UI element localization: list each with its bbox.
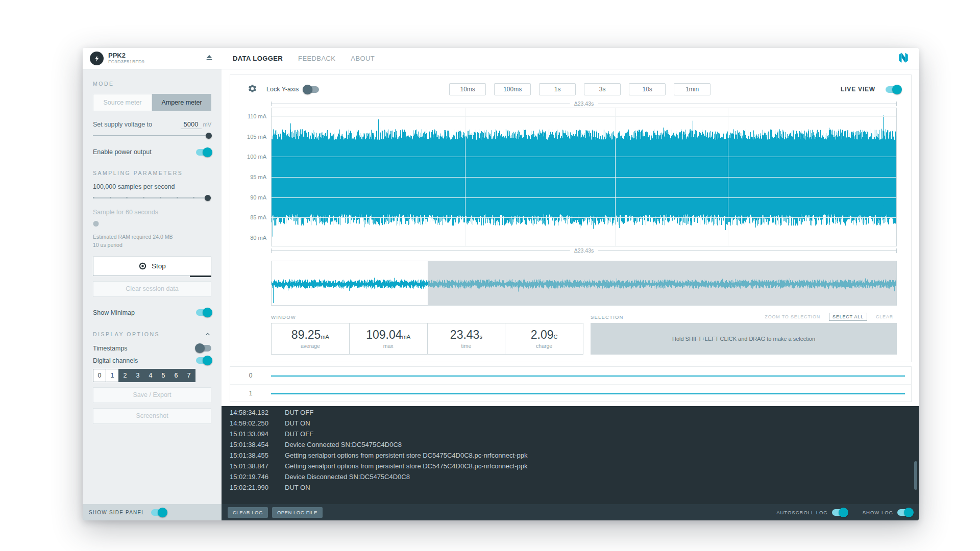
enable-power-toggle[interactable] bbox=[196, 149, 211, 156]
chevron-up-icon[interactable] bbox=[204, 331, 211, 338]
stat-time: 23.43s time bbox=[428, 323, 506, 355]
nav-tabs: DATA LOGGER FEEDBACK ABOUT bbox=[233, 55, 375, 62]
supply-voltage-value[interactable]: 5000 bbox=[181, 120, 202, 129]
delta-bottom: Δ23.43s bbox=[271, 246, 897, 255]
sample-for-slider bbox=[93, 220, 211, 227]
stat-max-label: max bbox=[383, 343, 394, 349]
time-window-10s[interactable]: 10s bbox=[629, 83, 666, 95]
time-window-3s[interactable]: 3s bbox=[584, 83, 621, 95]
log-footer: CLEAR LOG OPEN LOG FILE AUTOSCROLL LOG S… bbox=[222, 504, 919, 520]
digital-channel-6[interactable]: 6 bbox=[169, 369, 183, 382]
grid-line bbox=[465, 108, 465, 246]
grid-line bbox=[615, 108, 616, 246]
timestamps-toggle[interactable] bbox=[196, 345, 211, 352]
ampere-meter-button[interactable]: Ampere meter bbox=[152, 94, 211, 111]
device-block: PPK2 FC9D3E51BFD9 bbox=[83, 48, 222, 69]
log-lines: 14:58:34.132DUT OFF 14:59:02.250DUT ON 1… bbox=[222, 406, 919, 504]
digital-channel-5[interactable]: 5 bbox=[157, 369, 170, 382]
tab-about[interactable]: ABOUT bbox=[351, 55, 375, 62]
display-options-header[interactable]: DISPLAY OPTIONS bbox=[93, 331, 211, 338]
live-view-label: LIVE VIEW bbox=[841, 86, 875, 93]
mode-heading: MODE bbox=[93, 81, 211, 87]
digital-channel-selector: 0 1 2 3 4 5 6 7 bbox=[93, 369, 211, 382]
stop-button[interactable]: Stop bbox=[93, 257, 211, 276]
log-entry: 15:01:38.847Getting serialport options f… bbox=[230, 461, 911, 471]
toggle-knob bbox=[303, 85, 312, 94]
grid-line bbox=[272, 137, 896, 137]
slider-thumb bbox=[93, 221, 99, 227]
slider-thumb[interactable] bbox=[206, 133, 212, 139]
tab-feedback[interactable]: FEEDBACK bbox=[298, 55, 335, 62]
lightning-icon bbox=[90, 52, 104, 65]
digital-channel-4[interactable]: 4 bbox=[144, 369, 157, 382]
digital-channel-0[interactable]: 0 bbox=[93, 369, 106, 382]
time-window-10ms[interactable]: 10ms bbox=[449, 83, 486, 95]
toggle-knob bbox=[203, 147, 212, 157]
grid-line bbox=[272, 197, 896, 198]
autoscroll-log-label: AUTOSCROLL LOG bbox=[776, 510, 828, 515]
app-window: PPK2 FC9D3E51BFD9 DATA LOGGER FEEDBACK A… bbox=[83, 48, 919, 520]
sample-for-row: Sample for 60 seconds bbox=[93, 209, 211, 216]
y-axis-tick: 90 mA bbox=[250, 194, 266, 201]
lock-y-axis-toggle[interactable] bbox=[304, 86, 319, 93]
sample-for-suffix: seconds bbox=[134, 209, 158, 216]
show-minimap-toggle[interactable] bbox=[196, 309, 211, 316]
eject-button[interactable] bbox=[204, 53, 214, 64]
timestamps-row: Timestamps bbox=[93, 345, 211, 352]
tab-data-logger[interactable]: DATA LOGGER bbox=[233, 55, 283, 62]
live-view-toggle[interactable] bbox=[886, 86, 901, 93]
digital-row-0: 0 bbox=[230, 367, 911, 384]
slider-thumb[interactable] bbox=[205, 195, 211, 201]
time-window-1min[interactable]: 1min bbox=[674, 83, 710, 95]
time-window-100ms[interactable]: 100ms bbox=[494, 83, 531, 95]
minimap-selection-overlay[interactable] bbox=[428, 261, 896, 305]
lock-y-axis-label: Lock Y-axis bbox=[266, 86, 299, 93]
clear-selection-button[interactable]: CLEAR bbox=[872, 313, 897, 321]
screenshot-button: Screenshot bbox=[93, 408, 211, 424]
show-side-panel-label: SHOW SIDE PANEL bbox=[89, 510, 145, 515]
chart-controls: Lock Y-axis 10ms 100ms 1s 3s 10s 1min LI… bbox=[238, 79, 903, 99]
log-entry: 15:01:38.454Device Connected SN:DC5475C4… bbox=[230, 439, 911, 450]
source-meter-button[interactable]: Source meter bbox=[93, 94, 152, 111]
sidebar-content: MODE Source meter Ampere meter Set suppl… bbox=[83, 69, 222, 504]
ram-estimate-line: Estimated RAM required 24.0 MB bbox=[93, 233, 211, 241]
show-log-label: SHOW LOG bbox=[863, 510, 893, 515]
stat-time-label: time bbox=[461, 343, 471, 349]
side-panel-footer: SHOW SIDE PANEL bbox=[83, 504, 222, 520]
gear-icon[interactable] bbox=[248, 84, 257, 95]
toggle-knob bbox=[195, 343, 205, 353]
sampling-heading: SAMPLING PARAMETERS bbox=[93, 170, 211, 176]
device-name: PPK2 bbox=[108, 52, 144, 59]
digital-channel-7[interactable]: 7 bbox=[182, 369, 195, 382]
select-all-button[interactable]: SELECT ALL bbox=[829, 313, 867, 321]
stat-charge-value: 2.09 bbox=[531, 328, 554, 341]
digital-channel-1[interactable]: 1 bbox=[106, 369, 119, 382]
digital-channel-3[interactable]: 3 bbox=[131, 369, 144, 382]
show-log-toggle[interactable] bbox=[897, 509, 913, 516]
enable-power-row: Enable power output bbox=[93, 148, 211, 156]
digital-channel-2[interactable]: 2 bbox=[118, 369, 132, 382]
show-side-panel-toggle[interactable] bbox=[151, 509, 166, 516]
stat-charge-unit: C bbox=[554, 334, 558, 340]
log-scrollbar[interactable] bbox=[914, 461, 917, 490]
stat-average-value: 89.25 bbox=[291, 328, 321, 341]
digital-row-label: 1 bbox=[238, 390, 263, 397]
clear-log-button[interactable]: CLEAR LOG bbox=[228, 507, 268, 518]
open-log-file-button[interactable]: OPEN LOG FILE bbox=[272, 507, 323, 518]
grid-line bbox=[728, 108, 728, 246]
stat-average-unit: mA bbox=[321, 334, 329, 340]
record-icon bbox=[138, 262, 147, 270]
stat-charge: 2.09C charge bbox=[505, 323, 583, 355]
digital-channels-label: Digital channels bbox=[93, 357, 138, 364]
app-body: MODE Source meter Ampere meter Set suppl… bbox=[83, 69, 919, 520]
supply-voltage-row: Set supply voltage to 5000mV bbox=[93, 120, 211, 128]
log-entry: 15:02:21.990DUT ON bbox=[230, 482, 911, 493]
digital-channels-panel: 0 1 bbox=[230, 366, 912, 402]
autoscroll-log-toggle[interactable] bbox=[832, 509, 847, 516]
delta-bottom-label: Δ23.43s bbox=[570, 246, 598, 255]
samples-per-second-slider[interactable] bbox=[93, 194, 211, 202]
time-window-1s[interactable]: 1s bbox=[539, 83, 576, 95]
stats-row: WINDOW 89.25mA average 109.04mA bbox=[271, 313, 897, 355]
digital-channels-toggle[interactable] bbox=[196, 357, 211, 364]
supply-voltage-slider[interactable] bbox=[93, 132, 211, 139]
